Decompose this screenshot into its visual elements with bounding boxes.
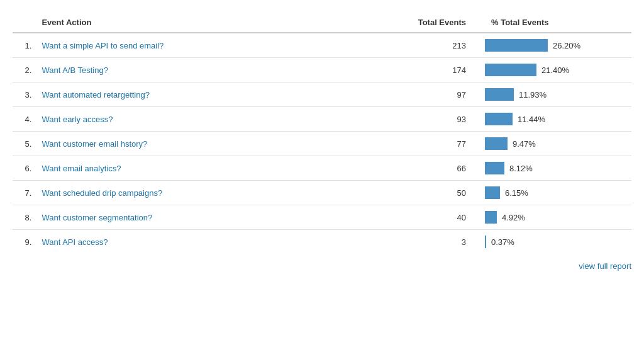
rank-cell: 1. [13,33,35,58]
table-row: 7.Want scheduled drip campaigns?506.15% [13,181,631,205]
pct-value: 11.44% [518,115,545,124]
pct-cell: 0.37% [479,230,631,254]
events-count-cell: 40 [387,205,479,230]
table-body: 1.Want a simple API to send email?21326.… [13,33,631,254]
event-action-link[interactable]: Want early access? [42,115,113,124]
table-row: 2.Want A/B Testing?17421.40% [13,58,631,82]
rank-cell: 3. [13,82,35,107]
action-cell: Want customer segmentation? [35,205,387,230]
pct-bar [485,88,514,101]
pct-bar [485,113,513,125]
rank-header [13,13,35,33]
events-count-cell: 66 [387,156,479,181]
pct-cell: 8.12% [479,156,631,181]
table-header-row: Event Action Total Events % Total Events [13,13,631,33]
events-count-cell: 50 [387,181,479,205]
table-row: 6.Want email analytics?668.12% [13,156,631,181]
pct-cell: 21.40% [479,58,631,82]
action-cell: Want early access? [35,107,387,132]
pct-value: 6.15% [505,188,528,198]
event-action-link[interactable]: Want customer segmentation? [42,213,152,222]
action-cell: Want scheduled drip campaigns? [35,181,387,205]
pct-value: 11.93% [519,90,547,100]
table-row: 3.Want automated retargetting?9711.93% [13,82,631,107]
pct-cell: 6.15% [479,181,631,205]
events-table: Event Action Total Events % Total Events… [13,13,631,254]
event-action-link[interactable]: Want customer email hstory? [42,139,147,149]
pct-value: 4.92% [502,213,525,222]
rank-cell: 8. [13,205,35,230]
events-count-cell: 213 [387,33,479,58]
pct-cell: 9.47% [479,132,631,156]
event-action-link[interactable]: Want scheduled drip campaigns? [42,188,162,198]
table-footer: view full report [13,254,631,271]
pct-value: 0.37% [491,237,514,247]
table-row: 1.Want a simple API to send email?21326.… [13,33,631,58]
pct-bar [485,211,497,224]
rank-cell: 7. [13,181,35,205]
pct-value: 21.40% [541,65,569,75]
pct-bar [485,64,536,76]
view-full-report-link[interactable]: view full report [579,261,631,271]
pct-bar [485,186,500,199]
pct-bar [485,236,486,248]
events-count-cell: 93 [387,107,479,132]
action-cell: Want A/B Testing? [35,58,387,82]
event-action-link[interactable]: Want email analytics? [42,164,121,173]
table-row: 5.Want customer email hstory?779.47% [13,132,631,156]
table-row: 9.Want API access?30.37% [13,230,631,254]
pct-cell: 11.93% [479,82,631,107]
pct-value: 9.47% [513,139,536,149]
action-cell: Want a simple API to send email? [35,33,387,58]
pct-value: 8.12% [509,164,533,173]
pct-bar [485,162,504,174]
event-action-header: Event Action [35,13,387,33]
events-count-cell: 3 [387,230,479,254]
table-row: 4.Want early access?9311.44% [13,107,631,132]
event-action-link[interactable]: Want A/B Testing? [42,65,108,75]
rank-cell: 4. [13,107,35,132]
event-action-link[interactable]: Want automated retargetting? [42,90,150,100]
analytics-table-container: Event Action Total Events % Total Events… [13,13,631,271]
action-cell: Want customer email hstory? [35,132,387,156]
table-row: 8.Want customer segmentation?404.92% [13,205,631,230]
pct-bar [485,137,508,150]
total-events-header: Total Events [387,13,479,33]
pct-value: 26.20% [553,41,580,50]
pct-cell: 4.92% [479,205,631,230]
event-action-link[interactable]: Want a simple API to send email? [42,41,164,50]
events-count-cell: 97 [387,82,479,107]
rank-cell: 5. [13,132,35,156]
events-count-cell: 174 [387,58,479,82]
pct-total-events-header: % Total Events [479,13,631,33]
pct-cell: 26.20% [479,33,631,58]
rank-cell: 6. [13,156,35,181]
rank-cell: 9. [13,230,35,254]
action-cell: Want automated retargetting? [35,82,387,107]
rank-cell: 2. [13,58,35,82]
action-cell: Want email analytics? [35,156,387,181]
pct-cell: 11.44% [479,107,631,132]
events-count-cell: 77 [387,132,479,156]
action-cell: Want API access? [35,230,387,254]
pct-bar [485,39,548,52]
event-action-link[interactable]: Want API access? [42,237,108,247]
